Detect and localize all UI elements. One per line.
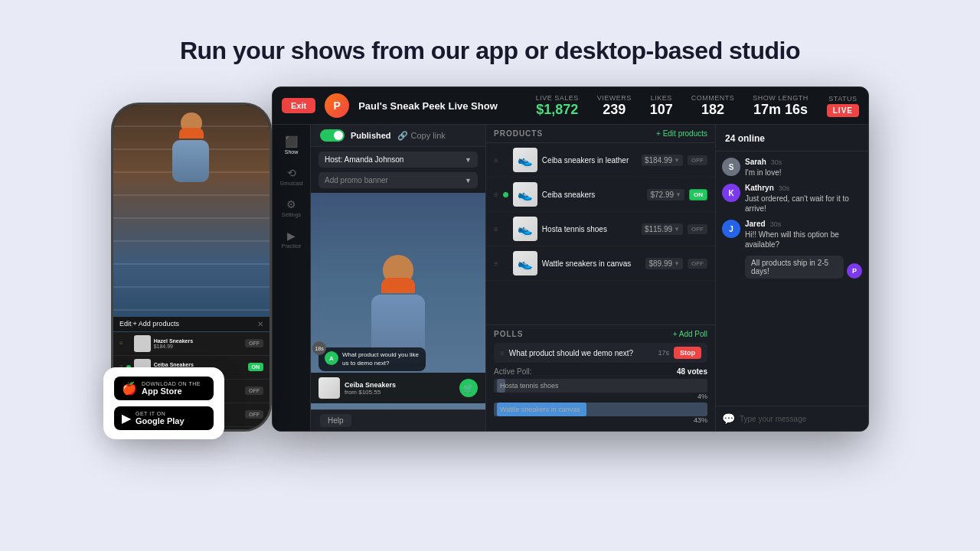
host-label: Host: Amanda Johnson [325,155,403,164]
price-chevron-icon: ▼ [675,191,681,198]
jared-time: 30s [770,220,782,228]
drag-icon: ≡ [494,259,498,268]
poll-bar-label: Hosta tennis shoes [497,382,559,390]
poll-stop-btn[interactable]: Stop [674,347,701,359]
product-thumb [134,335,151,352]
product-name: Hosta tennis shoes [542,225,637,233]
chat-input[interactable]: Type your message [740,415,862,423]
poll-timer: 17s [658,349,669,357]
product-toggle[interactable]: OFF [245,386,263,395]
product-toggle[interactable]: OFF [245,410,263,419]
products-title: PRODUCTS [494,129,543,138]
phone-product-1: ≡ Hazel Sneakers $184.99 OFF [113,332,270,356]
poll-bar-track-2: Wattle sneakers in canvas [494,403,707,416]
product-price: $89.99 [648,259,672,268]
chat-msg-sarah: S Sarah 30s I'm in love! [722,158,862,178]
phone-add-products-btn[interactable]: + Add products [133,320,179,328]
phone-edit-bar: Edit | + Add products ✕ [113,317,270,331]
copy-link-btn[interactable]: 🔗 Copy link [397,131,446,141]
cart-product-name: Ceiba Sneakers [345,381,455,389]
product-toggle[interactable]: ON [248,363,264,371]
poll-bar-pct-2: 43% [694,416,707,424]
page-headline: Run your shows from our app or desktop-b… [0,0,980,65]
kathryn-avatar: K [722,184,740,202]
chevron-down-icon-promo: ▼ [465,177,472,184]
desktop-product-2: ≡ 👟 Ceiba sneakers $72.99 ▼ ON [486,178,715,212]
app-store-badges: 🍎 Download on the App Store ▶ GET IT ON … [103,367,224,439]
product-name: Ceiba sneakers in leather [542,156,637,165]
chat-panel: 24 online S Sarah 30s I'm in love! [715,125,868,431]
desktop-body: ⬛ Show ⟲ Simulcast ⚙ Settings ▶ Practice [273,125,868,431]
googleplay-icon: ▶ [122,411,131,425]
highlight-text: All products ship in 2-5 days! [745,256,844,279]
desktop-product-4: ≡ 👟 Wattle sneakers in canvas $89.99 ▼ O… [486,246,715,281]
drag-icon: ≡ [500,349,505,357]
price-dropdown[interactable]: $115.99 ▼ [642,223,683,235]
jared-msg-body: Jared 30s Hi!! When will this option be … [745,220,862,249]
chat-time-badge: 18s [312,341,326,355]
products-panel: PRODUCTS + Edit products ≡ 👟 Ceiba sneak… [486,125,715,324]
price-dropdown[interactable]: $72.99 ▼ [647,189,684,201]
drag-icon: ≡ [119,340,123,347]
polls-title: POLLS [494,330,523,338]
product-name: Ceiba Sneakers [154,362,245,367]
stat-value-likes: 107 [650,102,673,118]
add-poll-btn[interactable]: + Add Poll [673,330,707,338]
content-area: Edit | + Add products ✕ ≡ Hazel Sneakers… [0,65,980,432]
edit-products-btn[interactable]: + Edit products [656,129,707,138]
stat-live-sales: Live sales $1,872 [536,94,579,118]
appstore-big-text: App Store [142,386,201,396]
poll-bar-2: Wattle sneakers in canvas 43% [494,403,707,424]
product-toggle[interactable]: OFF [245,339,263,347]
desktop-product-1: ≡ 👟 Ceiba sneakers in leather $184.99 ▼ … [486,143,715,178]
price-chevron-icon: ▼ [674,226,680,233]
inactive-indicator [503,261,508,266]
host-dropdown[interactable]: Host: Amanda Johnson ▼ [318,152,478,168]
desktop-video: 18s A What product would you like us to … [311,193,485,409]
stat-value-comments: 182 [691,102,735,118]
stats-area: Live sales $1,872 Viewers 239 Likes 107 … [536,94,859,118]
poll-active-row: Active Poll: 48 votes [494,367,707,376]
chat-messages: S Sarah 30s I'm in love! K [716,152,868,406]
price-dropdown[interactable]: $89.99 ▼ [645,258,683,269]
stat-comments: Comments 182 [691,94,735,118]
phone-video [113,105,270,332]
poll-question: What product should we demo next? [509,349,654,357]
published-toggle[interactable] [320,129,345,142]
price-chevron-icon: ▼ [674,260,680,267]
chat-input-area[interactable]: 💬 Type your message [716,406,868,431]
product-toggle[interactable]: ON [689,189,707,201]
stat-label-length: Show length [753,94,808,102]
drag-icon: ≡ [494,156,498,165]
promo-label: Add promo banner [325,176,388,184]
video-chat-bubble: 18s A What product would you like us to … [318,347,426,371]
live-badge: LIVE [827,104,859,117]
cart-product-info: Ceiba Sneakers from $105.55 [345,381,455,396]
product-toggle[interactable]: OFF [688,259,707,269]
appstore-badge[interactable]: 🍎 Download on the App Store [114,377,214,400]
stat-value-length: 17m 16s [753,102,808,118]
stat-value-sales: $1,872 [536,102,579,118]
chevron-down-icon: ▼ [465,156,472,164]
desktop-product-3: ≡ 👟 Hosta tennis shoes $115.99 ▼ OFF [486,212,715,246]
price-dropdown[interactable]: $184.99 ▼ [642,155,683,166]
highlight-msg: All products ship in 2-5 days! P [722,256,862,279]
cart-icon-btn[interactable]: 🛒 [459,379,478,397]
product-toggle[interactable]: OFF [688,224,707,234]
product-name: Ceiba sneakers [542,191,643,199]
product-price: $72.99 [650,191,674,199]
drag-icon: ≡ [494,191,498,199]
cart-product-price: from $105.55 [345,389,455,396]
inactive-indicator [503,227,508,232]
help-button[interactable]: Help [320,414,351,427]
promo-dropdown[interactable]: Add promo banner ▼ [318,172,478,188]
phone-edit-label[interactable]: Edit [119,320,132,328]
product-toggle[interactable]: OFF [688,155,707,165]
kathryn-time: 30s [779,184,790,192]
appstore-small-text: Download on the [142,381,201,386]
jared-text: Hi!! When will this option be available? [745,230,862,249]
desktop-frame: Exit P Paul's Sneak Peek Live Show Live … [272,86,869,432]
copy-link-label: Copy link [411,131,446,140]
products-header: PRODUCTS + Edit products [486,125,715,143]
googleplay-badge[interactable]: ▶ GET IT ON Google Play [114,406,214,430]
